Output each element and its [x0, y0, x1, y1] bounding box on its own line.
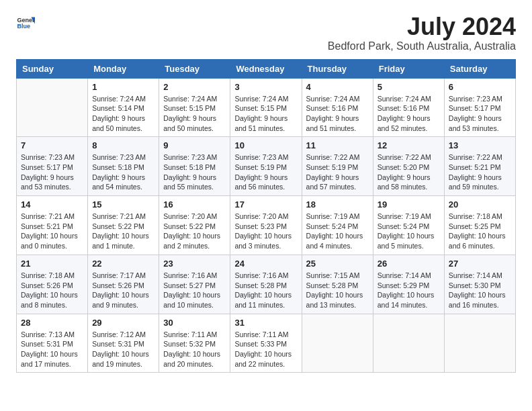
day-number: 10 [234, 140, 297, 150]
daylight-text: Daylight: 10 hours and 4 minutes. [306, 231, 369, 250]
day-info: Sunrise: 7:20 AM Sunset: 5:22 PM Dayligh… [163, 212, 226, 251]
daylight-text: Daylight: 9 hours and 58 minutes. [378, 173, 440, 192]
day-number: 30 [163, 318, 226, 328]
daylight-text: Daylight: 10 hours and 13 minutes. [306, 290, 369, 310]
day-info: Sunrise: 7:15 AM Sunset: 5:28 PM Dayligh… [306, 271, 369, 310]
day-info: Sunrise: 7:13 AM Sunset: 5:31 PM Dayligh… [21, 330, 83, 369]
sunrise-text: Sunrise: 7:13 AM [21, 330, 83, 340]
calendar-cell: 11 Sunrise: 7:22 AM Sunset: 5:19 PM Dayl… [302, 137, 373, 196]
daylight-text: Daylight: 10 hours and 17 minutes. [21, 349, 83, 369]
logo: General Blue [16, 13, 35, 32]
sunset-text: Sunset: 5:29 PM [378, 281, 440, 291]
sunset-text: Sunset: 5:14 PM [92, 103, 154, 113]
sunrise-text: Sunrise: 7:16 AM [234, 271, 297, 281]
daylight-text: Daylight: 9 hours and 53 minutes. [21, 173, 83, 192]
sunset-text: Sunset: 5:19 PM [306, 163, 369, 173]
calendar-cell: 25 Sunrise: 7:15 AM Sunset: 5:28 PM Dayl… [302, 255, 373, 314]
day-number: 29 [92, 318, 154, 328]
day-number: 13 [449, 140, 511, 150]
day-info: Sunrise: 7:21 AM Sunset: 5:22 PM Dayligh… [92, 212, 154, 251]
sunset-text: Sunset: 5:26 PM [92, 281, 154, 291]
day-info: Sunrise: 7:22 AM Sunset: 5:19 PM Dayligh… [306, 152, 369, 192]
calendar-cell: 23 Sunrise: 7:16 AM Sunset: 5:27 PM Dayl… [159, 255, 230, 314]
day-info: Sunrise: 7:16 AM Sunset: 5:27 PM Dayligh… [163, 271, 226, 310]
day-info: Sunrise: 7:23 AM Sunset: 5:17 PM Dayligh… [21, 152, 83, 192]
daylight-text: Daylight: 9 hours and 51 minutes. [306, 113, 369, 133]
sunset-text: Sunset: 5:28 PM [234, 281, 297, 291]
sunrise-text: Sunrise: 7:15 AM [306, 271, 369, 281]
calendar-cell: 15 Sunrise: 7:21 AM Sunset: 5:22 PM Dayl… [88, 196, 159, 255]
daylight-text: Daylight: 9 hours and 50 minutes. [92, 113, 154, 133]
calendar-cell: 31 Sunrise: 7:11 AM Sunset: 5:33 PM Dayl… [230, 314, 302, 373]
sunset-text: Sunset: 5:17 PM [449, 103, 511, 113]
daylight-text: Daylight: 9 hours and 57 minutes. [306, 173, 369, 192]
sunrise-text: Sunrise: 7:23 AM [163, 152, 226, 163]
col-monday: Monday [88, 59, 159, 78]
col-sunday: Sunday [17, 59, 88, 78]
calendar-cell: 28 Sunrise: 7:13 AM Sunset: 5:31 PM Dayl… [17, 314, 88, 373]
col-friday: Friday [373, 59, 444, 78]
sunset-text: Sunset: 5:28 PM [306, 281, 369, 291]
day-number: 23 [163, 259, 226, 269]
col-tuesday: Tuesday [159, 59, 230, 78]
col-thursday: Thursday [302, 59, 373, 78]
day-number: 6 [449, 82, 511, 92]
daylight-text: Daylight: 10 hours and 2 minutes. [163, 231, 226, 250]
day-info: Sunrise: 7:24 AM Sunset: 5:16 PM Dayligh… [378, 94, 440, 134]
calendar-cell: 7 Sunrise: 7:23 AM Sunset: 5:17 PM Dayli… [17, 137, 88, 196]
sunrise-text: Sunrise: 7:24 AM [378, 94, 440, 104]
day-info: Sunrise: 7:22 AM Sunset: 5:20 PM Dayligh… [378, 152, 440, 192]
sunset-text: Sunset: 5:17 PM [21, 163, 83, 173]
day-info: Sunrise: 7:24 AM Sunset: 5:15 PM Dayligh… [234, 94, 297, 134]
sunset-text: Sunset: 5:24 PM [378, 222, 440, 232]
sunrise-text: Sunrise: 7:23 AM [234, 152, 297, 163]
day-info: Sunrise: 7:16 AM Sunset: 5:28 PM Dayligh… [234, 271, 297, 310]
calendar-cell: 3 Sunrise: 7:24 AM Sunset: 5:15 PM Dayli… [230, 78, 302, 137]
sunrise-text: Sunrise: 7:14 AM [449, 271, 511, 281]
sunset-text: Sunset: 5:24 PM [306, 222, 369, 232]
day-number: 9 [163, 140, 226, 150]
sunset-text: Sunset: 5:22 PM [92, 222, 154, 232]
sunset-text: Sunset: 5:16 PM [378, 103, 440, 113]
day-number: 25 [306, 259, 369, 269]
day-number: 11 [306, 140, 369, 150]
day-info: Sunrise: 7:24 AM Sunset: 5:14 PM Dayligh… [92, 94, 154, 134]
day-info: Sunrise: 7:12 AM Sunset: 5:31 PM Dayligh… [92, 330, 154, 369]
day-number: 7 [21, 140, 83, 150]
day-number: 20 [449, 199, 511, 210]
daylight-text: Daylight: 9 hours and 53 minutes. [449, 113, 511, 133]
sunset-text: Sunset: 5:20 PM [378, 163, 440, 173]
month-year-title: July 2024 [328, 13, 516, 40]
daylight-text: Daylight: 10 hours and 6 minutes. [449, 231, 511, 250]
sunrise-text: Sunrise: 7:24 AM [163, 94, 226, 104]
day-info: Sunrise: 7:11 AM Sunset: 5:32 PM Dayligh… [163, 330, 226, 369]
sunrise-text: Sunrise: 7:19 AM [378, 212, 440, 222]
day-number: 26 [378, 259, 440, 269]
calendar-cell: 20 Sunrise: 7:18 AM Sunset: 5:25 PM Dayl… [444, 196, 515, 255]
sunset-text: Sunset: 5:15 PM [234, 103, 297, 113]
sunrise-text: Sunrise: 7:17 AM [92, 271, 154, 281]
calendar-cell: 21 Sunrise: 7:18 AM Sunset: 5:26 PM Dayl… [17, 255, 88, 314]
day-number: 3 [234, 82, 297, 92]
daylight-text: Daylight: 10 hours and 0 minutes. [21, 231, 83, 250]
sunrise-text: Sunrise: 7:19 AM [306, 212, 369, 222]
sunrise-text: Sunrise: 7:20 AM [234, 212, 297, 222]
sunset-text: Sunset: 5:15 PM [163, 103, 226, 113]
calendar-week-row-1: 1 Sunrise: 7:24 AM Sunset: 5:14 PM Dayli… [17, 78, 516, 137]
day-number: 18 [306, 199, 369, 210]
daylight-text: Daylight: 10 hours and 9 minutes. [92, 290, 154, 310]
daylight-text: Daylight: 10 hours and 16 minutes. [449, 290, 511, 310]
sunset-text: Sunset: 5:21 PM [21, 222, 83, 232]
daylight-text: Daylight: 10 hours and 8 minutes. [21, 290, 83, 310]
sunrise-text: Sunrise: 7:16 AM [163, 271, 226, 281]
sunset-text: Sunset: 5:26 PM [21, 281, 83, 291]
daylight-text: Daylight: 9 hours and 50 minutes. [163, 113, 226, 133]
calendar-cell: 26 Sunrise: 7:14 AM Sunset: 5:29 PM Dayl… [373, 255, 444, 314]
col-saturday: Saturday [444, 59, 515, 78]
day-info: Sunrise: 7:23 AM Sunset: 5:19 PM Dayligh… [234, 152, 297, 192]
sunrise-text: Sunrise: 7:14 AM [378, 271, 440, 281]
calendar-cell [444, 314, 515, 373]
sunset-text: Sunset: 5:31 PM [92, 339, 154, 349]
day-info: Sunrise: 7:19 AM Sunset: 5:24 PM Dayligh… [378, 212, 440, 251]
day-info: Sunrise: 7:23 AM Sunset: 5:17 PM Dayligh… [449, 94, 511, 134]
